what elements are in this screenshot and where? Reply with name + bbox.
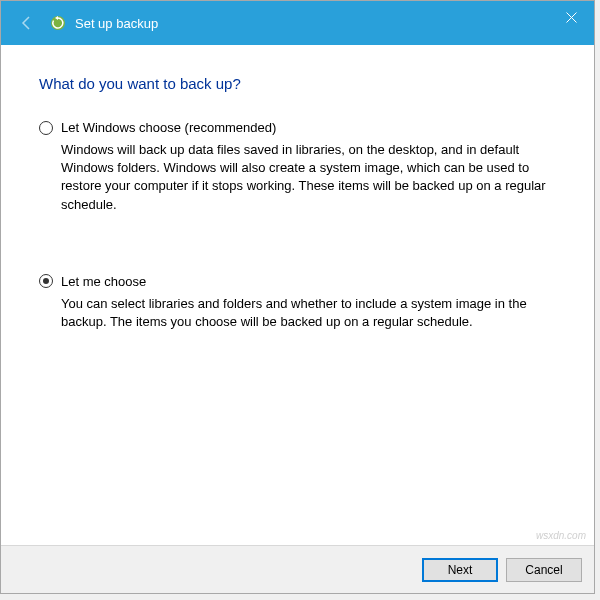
- next-button[interactable]: Next: [422, 558, 498, 582]
- option-description: You can select libraries and folders and…: [61, 295, 556, 331]
- close-button[interactable]: [548, 1, 594, 33]
- option-row: Let me choose: [39, 274, 556, 289]
- dialog-window: Set up backup What do you want to back u…: [0, 0, 595, 594]
- radio-icon[interactable]: [39, 121, 53, 135]
- page-heading: What do you want to back up?: [39, 75, 556, 92]
- watermark-text: wsxdn.com: [536, 530, 586, 541]
- backup-icon: [49, 14, 67, 32]
- window-title: Set up backup: [75, 16, 158, 31]
- option-label: Let Windows choose (recommended): [61, 120, 276, 135]
- cancel-button[interactable]: Cancel: [506, 558, 582, 582]
- option-let-me-choose[interactable]: Let me choose You can select libraries a…: [39, 274, 556, 331]
- titlebar: Set up backup: [1, 1, 594, 45]
- footer-bar: Next Cancel: [1, 545, 594, 593]
- back-arrow-icon: [15, 11, 39, 35]
- option-description: Windows will back up data files saved in…: [61, 141, 556, 214]
- option-row: Let Windows choose (recommended): [39, 120, 556, 135]
- option-windows-choose[interactable]: Let Windows choose (recommended) Windows…: [39, 120, 556, 214]
- content-area: What do you want to back up? Let Windows…: [1, 45, 594, 331]
- option-label: Let me choose: [61, 274, 146, 289]
- radio-icon[interactable]: [39, 274, 53, 288]
